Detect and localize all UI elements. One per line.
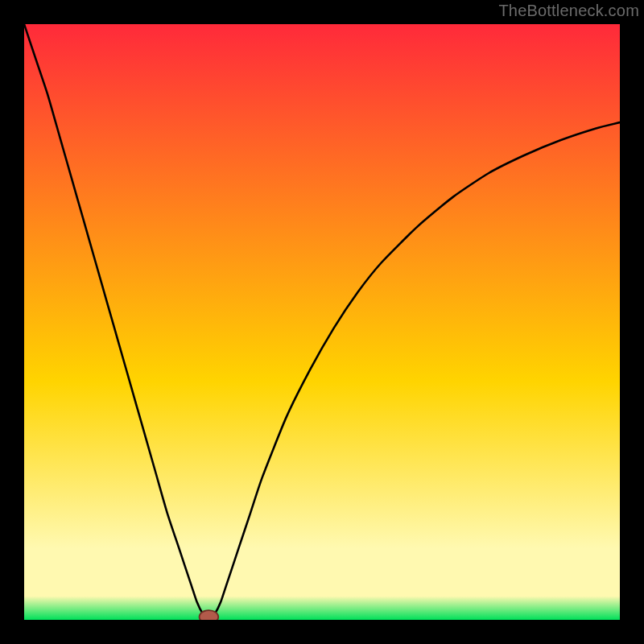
chart-frame: TheBottleneck.com bbox=[0, 0, 644, 644]
watermark-text: TheBottleneck.com bbox=[498, 2, 639, 20]
minimum-marker bbox=[200, 610, 219, 620]
bottleneck-curve bbox=[24, 24, 620, 620]
plot-area bbox=[24, 24, 620, 620]
